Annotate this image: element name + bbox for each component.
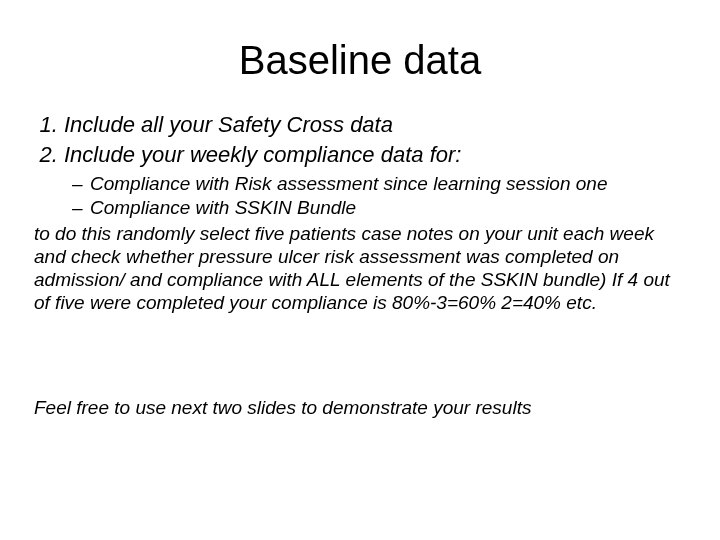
- list-item: Include all your Safety Cross data: [64, 111, 686, 139]
- body-paragraph: to do this randomly select five patients…: [34, 222, 686, 315]
- slide-title: Baseline data: [0, 38, 720, 83]
- slide: Baseline data Include all your Safety Cr…: [0, 38, 720, 540]
- list-item: Compliance with Risk assessment since le…: [90, 172, 686, 196]
- list-item: Include your weekly compliance data for:: [64, 141, 686, 169]
- slide-content: Include all your Safety Cross data Inclu…: [0, 111, 720, 419]
- numbered-list: Include all your Safety Cross data Inclu…: [34, 111, 686, 168]
- list-item: Compliance with SSKIN Bundle: [90, 196, 686, 220]
- closing-paragraph: Feel free to use next two slides to demo…: [34, 396, 686, 419]
- sub-list: Compliance with Risk assessment since le…: [34, 172, 686, 220]
